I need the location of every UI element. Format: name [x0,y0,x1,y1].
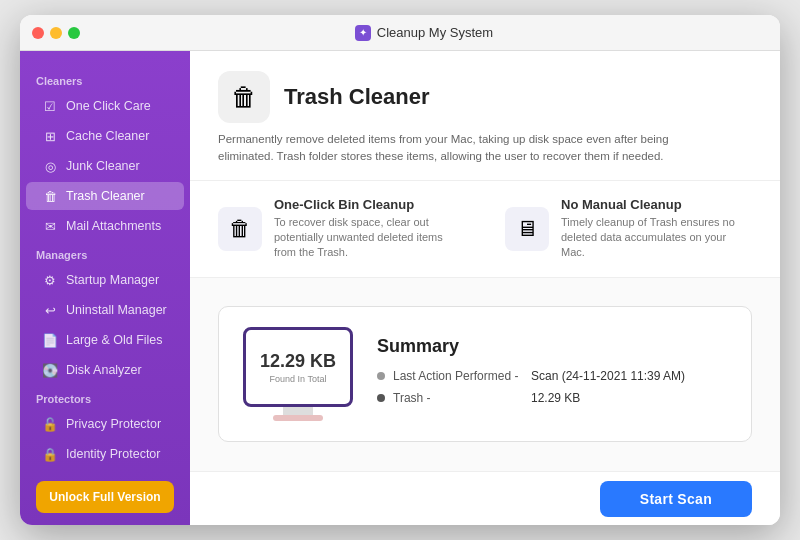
cleaners-section-label: Cleaners [20,67,190,91]
identity-protector-icon: 🔒 [42,446,58,462]
trash-cleaner-icon: 🗑 [42,188,58,204]
summary-val-1: 12.29 KB [531,391,580,405]
one-click-bin-icon: 🗑 [218,207,262,251]
summary-dot-0 [377,372,385,380]
summary-title: Summary [377,336,727,357]
feature-no-manual-cleanup: 🖥 No Manual Cleanup Timely cleanup of Tr… [505,197,752,261]
no-manual-cleanup-desc: Timely cleanup of Trash ensures no delet… [561,215,752,261]
features-row: 🗑 One-Click Bin Cleanup To recover disk … [190,181,780,278]
summary-key-0: Last Action Performed - [393,369,523,383]
summary-info: Summary Last Action Performed - Scan (24… [377,336,727,413]
sidebar-item-identity-protector[interactable]: 🔒 Identity Protector [26,440,184,468]
title-bar: ✦ Cleanup My System [20,15,780,51]
sidebar-bottom: Unlock Full Version [20,469,190,525]
no-manual-cleanup-text: No Manual Cleanup Timely cleanup of Tras… [561,197,752,261]
minimize-button[interactable] [50,27,62,39]
sidebar-item-disk-analyzer[interactable]: 💽 Disk Analyzer [26,356,184,384]
uninstall-manager-icon: ↩ [42,302,58,318]
sidebar-item-privacy-protector[interactable]: 🔓 Privacy Protector [26,410,184,438]
main-content: 🗑 Trash Cleaner Permanently remove delet… [190,51,780,525]
header-top: 🗑 Trash Cleaner [218,71,752,123]
window-title: ✦ Cleanup My System [80,25,768,41]
sidebar-item-one-click-care[interactable]: ☑ One Click Care [26,92,184,120]
summary-key-1: Trash - [393,391,523,405]
header-description: Permanently remove deleted items from yo… [218,131,718,166]
cache-cleaner-icon: ⊞ [42,128,58,144]
protectors-section-label: Protectors [20,385,190,409]
maximize-button[interactable] [68,27,80,39]
one-click-bin-text: One-Click Bin Cleanup To recover disk sp… [274,197,465,261]
mail-attachments-icon: ✉ [42,218,58,234]
monitor-found-label: Found In Total [270,374,327,384]
start-scan-button[interactable]: Start Scan [600,481,752,517]
summary-dot-1 [377,394,385,402]
sidebar-item-cache-cleaner[interactable]: ⊞ Cache Cleaner [26,122,184,150]
sidebar-item-uninstall-manager[interactable]: ↩ Uninstall Manager [26,296,184,324]
one-click-bin-title: One-Click Bin Cleanup [274,197,465,212]
no-manual-cleanup-icon: 🖥 [505,207,549,251]
close-button[interactable] [32,27,44,39]
traffic-lights [32,27,80,39]
summary-row-1: Trash - 12.29 KB [377,391,727,405]
no-manual-cleanup-title: No Manual Cleanup [561,197,752,212]
summary-val-0: Scan (24-11-2021 11:39 AM) [531,369,685,383]
one-click-care-icon: ☑ [42,98,58,114]
unlock-full-version-button[interactable]: Unlock Full Version [36,481,174,513]
monitor-kb-value: 12.29 KB [260,351,336,372]
junk-cleaner-icon: ◎ [42,158,58,174]
summary-area: 12.29 KB Found In Total Summary Last Act… [190,278,780,471]
monitor-base [273,415,323,421]
main-header: 🗑 Trash Cleaner Permanently remove delet… [190,51,780,181]
monitor-stand [283,407,313,415]
large-old-files-icon: 📄 [42,332,58,348]
monitor-screen: 12.29 KB Found In Total [243,327,353,407]
sidebar-item-trash-cleaner[interactable]: 🗑 Trash Cleaner [26,182,184,210]
sidebar-item-junk-cleaner[interactable]: ◎ Junk Cleaner [26,152,184,180]
sidebar-item-startup-manager[interactable]: ⚙ Startup Manager [26,266,184,294]
disk-analyzer-icon: 💽 [42,362,58,378]
monitor-visual: 12.29 KB Found In Total [243,327,353,421]
managers-section-label: Managers [20,241,190,265]
privacy-protector-icon: 🔓 [42,416,58,432]
content-area: Cleaners ☑ One Click Care ⊞ Cache Cleane… [20,51,780,525]
summary-row-0: Last Action Performed - Scan (24-11-2021… [377,369,727,383]
sidebar-item-large-old-files[interactable]: 📄 Large & Old Files [26,326,184,354]
footer: Start Scan [190,471,780,525]
one-click-bin-desc: To recover disk space, clear out potenti… [274,215,465,261]
page-title: Trash Cleaner [284,84,430,110]
sidebar: Cleaners ☑ One Click Care ⊞ Cache Cleane… [20,51,190,525]
startup-manager-icon: ⚙ [42,272,58,288]
trash-cleaner-header-icon: 🗑 [218,71,270,123]
sidebar-item-mail-attachments[interactable]: ✉ Mail Attachments [26,212,184,240]
summary-card: 12.29 KB Found In Total Summary Last Act… [218,306,752,442]
app-window: ✦ Cleanup My System Cleaners ☑ One Click… [20,15,780,525]
app-icon: ✦ [355,25,371,41]
feature-one-click-bin: 🗑 One-Click Bin Cleanup To recover disk … [218,197,465,261]
